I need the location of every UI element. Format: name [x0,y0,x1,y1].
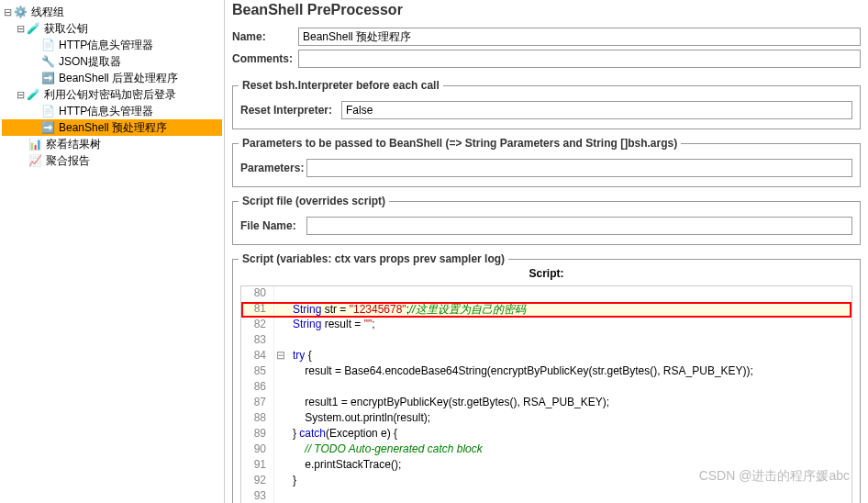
code-line[interactable]: 91 e.printStackTrace(); [241,458,851,474]
code-line[interactable]: 90 // TODO Auto-generated catch block [241,442,851,458]
tree-label: 察看结果树 [46,137,101,152]
tree-label: BeanShell 后置处理程序 [59,71,178,86]
tree-panel: ⊟ ⚙️ 线程组 ⊟ 🧪 获取公钥 📄 HTTP信息头管理器 🔧 JSON提取器… [0,0,225,503]
comments-input[interactable] [298,50,861,68]
code-line[interactable]: 83 [241,333,851,349]
filename-label: File Name: [240,219,306,232]
tree-item[interactable]: 🔧 JSON提取器 [2,53,222,70]
results-icon: 📊 [28,137,42,151]
tree-item-selected[interactable]: ➡️ BeanShell 预处理程序 [2,119,222,136]
code-line[interactable]: 85 result = Base64.encodeBase64String(en… [241,364,851,380]
filename-input[interactable] [306,217,852,235]
tree-label: HTTP信息头管理器 [59,104,153,119]
gear-icon: ⚙️ [13,5,28,19]
tree-item[interactable]: 📄 HTTP信息头管理器 [2,103,222,119]
code-line[interactable]: 84⊟try { [241,349,851,364]
name-label: Name: [232,30,298,43]
config-icon: 📄 [40,104,55,118]
code-line[interactable]: 87 result1 = encryptByPublicKey(str.getB… [241,396,851,411]
config-icon: 📄 [40,38,55,52]
toggle-icon[interactable]: ⊟ [15,23,26,35]
code-line[interactable]: 80 [241,286,851,302]
comments-label: Comments: [232,52,298,65]
reset-fieldset: Reset bsh.Interpreter before each call R… [232,79,861,129]
params-input[interactable] [306,159,852,177]
script-legend: Script (variables: ctx vars props prev s… [239,252,508,265]
script-fieldset: Script (variables: ctx vars props prev s… [232,252,861,503]
toggle-icon[interactable]: ⊟ [15,89,26,101]
reset-input[interactable] [341,101,852,119]
toggle-icon[interactable]: ⊟ [2,6,13,18]
http-icon: 🧪 [26,87,40,102]
code-line[interactable]: 93 [241,489,851,503]
tree-label: 获取公钥 [44,21,88,37]
name-input[interactable] [298,28,861,46]
code-line[interactable]: 82String result = ""; [241,318,851,333]
script-label: Script: [233,265,860,282]
tree-item[interactable]: 📊 察看结果树 [2,136,222,152]
tree-label: JSON提取器 [59,54,121,70]
tree-label: 利用公钥对密码加密后登录 [44,87,176,103]
code-line[interactable]: 86 [241,380,851,396]
tree-label: BeanShell 预处理程序 [59,120,167,136]
report-icon: 📈 [28,153,42,168]
right-panel: BeanShell PreProcessor Name: Comments: R… [225,0,868,503]
params-legend: Parameters to be passed to BeanShell (=>… [239,137,681,150]
code-line[interactable]: 92} [241,474,851,489]
extractor-icon: 🔧 [40,54,55,69]
tree-item[interactable]: ⊟ 🧪 获取公钥 [2,20,222,37]
reset-legend: Reset bsh.Interpreter before each call [239,79,443,92]
params-label: Parameters: [240,162,306,174]
form-section: Name: Comments: [225,20,868,75]
tree-root[interactable]: ⊟ ⚙️ 线程组 [2,4,222,20]
params-fieldset: Parameters to be passed to BeanShell (=>… [232,137,861,187]
tree-label: 线程组 [31,5,64,20]
tree-item[interactable]: 📈 聚合报告 [2,152,222,169]
tree-label: 聚合报告 [46,153,90,169]
tree-label: HTTP信息头管理器 [59,38,153,53]
reset-label: Reset Interpreter: [240,104,341,117]
tree-item[interactable]: 📄 HTTP信息头管理器 [2,37,222,53]
tree-item[interactable]: ⊟ 🧪 利用公钥对密码加密后登录 [2,86,222,103]
code-line[interactable]: 89} catch(Exception e) { [241,427,851,442]
code-line[interactable]: 81String str = "12345678";//这里设置为自己的密码 [241,302,851,318]
processor-icon: ➡️ [40,71,55,85]
scriptfile-fieldset: Script file (overrides script) File Name… [232,195,861,245]
scriptfile-legend: Script file (overrides script) [239,195,389,207]
code-line[interactable]: 88 System.out.println(result); [241,411,851,427]
code-editor[interactable]: 8081String str = "12345678";//这里设置为自己的密码… [240,285,852,503]
tree-item[interactable]: ➡️ BeanShell 后置处理程序 [2,70,222,86]
http-icon: 🧪 [26,21,40,36]
page-title: BeanShell PreProcessor [225,0,868,20]
processor-icon: ➡️ [40,120,55,135]
